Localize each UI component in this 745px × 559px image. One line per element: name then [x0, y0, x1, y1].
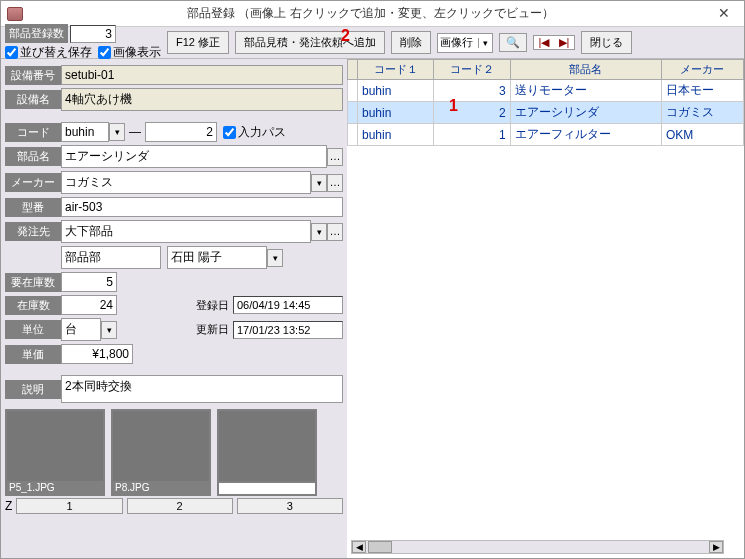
form-pane: 設備番号setubi-01 設備名4軸穴あけ機 コード buhin ▾ — 2 …: [1, 59, 347, 558]
app-window: 部品登録 （画像上 右クリックで追加・変更、左クリックでビュー） ✕ 2 部品登…: [0, 0, 745, 559]
count-value: 3: [70, 25, 116, 43]
z-button-2[interactable]: 2: [127, 498, 233, 514]
image-thumbnails: P5_1.JPG P8.JPG: [5, 409, 343, 496]
kataban-label: 型番: [5, 198, 61, 217]
buhin-name-lookup[interactable]: …: [327, 148, 343, 166]
annotation-2: 2: [341, 27, 350, 45]
delete-button[interactable]: 削除: [391, 31, 431, 54]
scroll-right-icon[interactable]: ▶: [709, 541, 723, 553]
thumb-caption-2: P8.JPG: [113, 481, 209, 494]
koushin-field: 17/01/23 13:52: [233, 321, 343, 339]
code-field[interactable]: buhin: [61, 122, 109, 142]
chevron-down-icon[interactable]: ▾: [478, 38, 492, 48]
code-label: コード: [5, 123, 61, 142]
scroll-left-icon[interactable]: ◀: [352, 541, 366, 553]
estimate-button[interactable]: 部品見積・発注依頼へ追加: [235, 31, 385, 54]
thumb-image-1[interactable]: [7, 411, 103, 481]
setubi-no-label: 設備番号: [5, 66, 61, 85]
yozai-label: 要在庫数: [5, 273, 61, 292]
image-row-input[interactable]: [438, 37, 478, 49]
scroll-thumb[interactable]: [368, 541, 392, 553]
person-field[interactable]: 石田 陽子: [167, 246, 267, 269]
tanka-field[interactable]: ¥1,800: [61, 344, 133, 364]
thumb-caption-3: [219, 481, 315, 483]
tani-dropdown[interactable]: ▾: [101, 321, 117, 339]
buhin-name-field[interactable]: エアーシリンダ: [61, 145, 327, 168]
dept-field[interactable]: 部品部: [61, 246, 161, 269]
input-pass-checkbox[interactable]: 入力パス: [223, 124, 286, 141]
thumbnail-3[interactable]: [217, 409, 317, 496]
parts-grid[interactable]: コード１ コード２ 部品名 メーカー buhin3送りモーター日本モーbuhin…: [347, 59, 744, 538]
nav-first-icon[interactable]: |◀: [534, 36, 554, 49]
close-button[interactable]: 閉じる: [581, 31, 632, 54]
code-dropdown[interactable]: ▾: [109, 123, 125, 141]
toolbar: 部品登録数 3 並び替え保存 画像表示 F12 修正 部品見積・発注依頼へ追加 …: [1, 27, 744, 59]
preview-button[interactable]: 🔍: [499, 33, 527, 52]
setsumei-label: 説明: [5, 380, 61, 399]
col-code1[interactable]: コード１: [358, 60, 434, 80]
tani-field[interactable]: 台: [61, 318, 101, 341]
touroku-field: 06/04/19 14:45: [233, 296, 343, 314]
thumb-image-2[interactable]: [113, 411, 209, 481]
list-pane: 1 コード１ コード２ 部品名 メーカー buhin3送りモーター日本モーbuh…: [347, 59, 744, 558]
table-row[interactable]: buhin1エアーフィルターOKM: [348, 124, 744, 146]
maker-dropdown[interactable]: ▾: [311, 174, 327, 192]
image-row-combo[interactable]: ▾: [437, 33, 493, 53]
setubi-name-label: 設備名: [5, 90, 61, 109]
person-dropdown[interactable]: ▾: [267, 249, 283, 267]
app-icon: [7, 7, 23, 21]
koushin-label: 更新日: [183, 322, 233, 337]
buhin-name-label: 部品名: [5, 147, 61, 166]
maker-lookup[interactable]: …: [327, 174, 343, 192]
count-label: 部品登録数: [5, 24, 68, 43]
horizontal-scrollbar[interactable]: ◀ ▶: [351, 540, 724, 554]
tani-label: 単位: [5, 320, 61, 339]
maker-field[interactable]: コガミス: [61, 171, 311, 194]
record-nav: |◀ ▶|: [533, 35, 575, 50]
col-code2[interactable]: コード２: [434, 60, 510, 80]
setsumei-field[interactable]: 2本同時交換: [61, 375, 343, 403]
window-title: 部品登録 （画像上 右クリックで追加・変更、左クリックでビュー）: [31, 5, 710, 22]
setubi-name-field: 4軸穴あけ機: [61, 88, 343, 111]
table-row[interactable]: buhin3送りモーター日本モー: [348, 80, 744, 102]
z-button-1[interactable]: 1: [16, 498, 122, 514]
kataban-field[interactable]: air-503: [61, 197, 343, 217]
f12-edit-button[interactable]: F12 修正: [167, 31, 229, 54]
annotation-1: 1: [449, 97, 458, 115]
yozai-field[interactable]: 5: [61, 272, 117, 292]
nav-last-icon[interactable]: ▶|: [554, 36, 574, 49]
table-row[interactable]: buhin2エアーシリンダコガミス: [348, 102, 744, 124]
hacchu-lookup[interactable]: …: [327, 223, 343, 241]
thumb-image-3[interactable]: [219, 411, 315, 481]
thumb-caption-1: P5_1.JPG: [7, 481, 103, 494]
tanka-label: 単価: [5, 345, 61, 364]
zaiko-label: 在庫数: [5, 296, 61, 315]
col-maker[interactable]: メーカー: [661, 60, 743, 80]
hacchu-dropdown[interactable]: ▾: [311, 223, 327, 241]
hacchu-label: 発注先: [5, 222, 61, 241]
maker-label: メーカー: [5, 173, 61, 192]
touroku-label: 登録日: [183, 298, 233, 313]
hacchu-field[interactable]: 大下部品: [61, 220, 311, 243]
zaiko-field[interactable]: 24: [61, 295, 117, 315]
z-label: Z: [5, 499, 12, 513]
thumbnail-2[interactable]: P8.JPG: [111, 409, 211, 496]
code-seq-field[interactable]: 2: [145, 122, 217, 142]
close-icon[interactable]: ✕: [710, 5, 738, 23]
thumbnail-1[interactable]: P5_1.JPG: [5, 409, 105, 496]
setubi-no-field: setubi-01: [61, 65, 343, 85]
col-buhin[interactable]: 部品名: [510, 60, 661, 80]
z-button-3[interactable]: 3: [237, 498, 343, 514]
